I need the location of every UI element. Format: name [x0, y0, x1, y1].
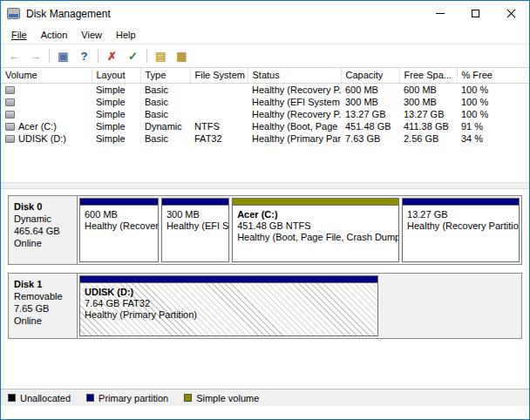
toolbar-separator: [146, 49, 147, 63]
col-header-type[interactable]: Type: [140, 68, 190, 83]
partition-size: 600 MB: [85, 209, 153, 220]
col-header-status[interactable]: Status: [248, 68, 341, 83]
disk-size: 465.64 GB: [14, 225, 71, 237]
partition-status: Healthy (Recovery Partition): [407, 220, 514, 232]
table-row[interactable]: Simple Basic Healthy (EFI System ... 300…: [1, 96, 529, 108]
properties-icon[interactable]: ▦: [172, 47, 192, 65]
back-icon[interactable]: ←: [4, 47, 24, 65]
cell-capacity: 600 MB: [341, 83, 399, 96]
table-header-row: Volume Layout Type File System Status Ca…: [1, 68, 529, 83]
disk-type: Removable: [14, 290, 71, 302]
legend-item-primary-partition: Primary partition: [86, 393, 168, 403]
cell-type: Dynamic: [140, 120, 190, 132]
minimize-button[interactable]: [422, 1, 458, 26]
toolbar: ← → ▣ ? ✗ ✓ ▤ ▦: [1, 44, 529, 68]
cell-capacity: 13.27 GB: [341, 108, 399, 120]
cell-filesystem: NTFS: [190, 120, 248, 132]
maximize-icon: [472, 10, 479, 17]
partition-title: UDISK (D:): [85, 287, 373, 298]
partition-disk0-recovery-13gb[interactable]: 13.27 GB Healthy (Recovery Partition): [402, 198, 520, 262]
menu-view[interactable]: View: [74, 28, 109, 42]
cell-status: Healthy (Recovery P...: [248, 108, 341, 120]
col-header-pct-free[interactable]: % Free: [457, 68, 529, 83]
partition-disk0-efi-300mb[interactable]: 300 MB Healthy (EFI Syste: [161, 198, 229, 262]
col-header-filesystem[interactable]: File System: [190, 68, 248, 83]
col-header-capacity[interactable]: Capacity: [341, 68, 399, 83]
cell-filesystem: [190, 83, 248, 96]
col-header-layout[interactable]: Layout: [92, 68, 140, 83]
partition-color-strip: [80, 199, 158, 206]
forward-icon[interactable]: →: [25, 47, 45, 65]
partition-size: 300 MB: [166, 209, 224, 220]
volume-list: Volume Layout Type File System Status Ca…: [1, 68, 529, 182]
menu-action[interactable]: Action: [34, 28, 75, 42]
partition-color-strip: [162, 199, 228, 206]
disk-status: Online: [14, 315, 71, 327]
cell-status: Healthy (Primary Par...: [248, 132, 341, 145]
partition-disk0-recovery-600mb[interactable]: 600 MB Healthy (Recovery P: [79, 198, 159, 262]
disk-size: 7.65 GB: [14, 302, 71, 315]
drive-icon: [5, 111, 15, 119]
cell-type: Basic: [140, 108, 190, 120]
table-row[interactable]: Simple Basic Healthy (Recovery P... 600 …: [1, 83, 529, 96]
cell-status: Healthy (Recovery P...: [248, 83, 341, 96]
legend-item-simple-volume: Simple volume: [184, 393, 259, 403]
drive-icon: [5, 135, 15, 143]
cell-pct-free: 100 %: [457, 108, 529, 120]
legend-label: Primary partition: [99, 393, 168, 403]
disk-status: Online: [14, 237, 71, 249]
drive-icon: [5, 98, 15, 106]
cell-free-space: 411.38 GB: [399, 120, 457, 132]
legend-label: Unallocated: [20, 393, 71, 403]
drive-icon: [5, 86, 15, 94]
toolbar-separator: [49, 49, 50, 63]
col-header-volume[interactable]: Volume: [1, 68, 92, 83]
open-folder-icon[interactable]: ▤: [151, 47, 171, 65]
disk-0-info-panel[interactable]: Disk 0 Dynamic 465.64 GB Online: [9, 196, 78, 264]
cell-free-space: 13.27 GB: [399, 108, 457, 120]
col-header-free-space[interactable]: Free Spa...: [399, 68, 457, 83]
cell-type: Basic: [140, 132, 190, 145]
pane-splitter[interactable]: [1, 182, 529, 189]
partition-disk1-udisk-d[interactable]: UDISK (D:) 7.64 GB FAT32 Healthy (Primar…: [79, 275, 378, 336]
help-icon[interactable]: ?: [74, 47, 94, 65]
menu-help[interactable]: Help: [109, 28, 143, 42]
drive-icon: [5, 123, 15, 131]
cell-free-space: 300 MB: [399, 96, 457, 108]
volume-name: Acer (C:): [18, 121, 57, 132]
graphical-view: Disk 0 Dynamic 465.64 GB Online 600 MB H…: [1, 189, 529, 389]
commit-icon[interactable]: ✓: [123, 47, 143, 65]
legend-label: Simple volume: [196, 393, 259, 403]
table-row[interactable]: UDISK (D:) Simple Basic FAT32 Healthy (P…: [1, 132, 529, 145]
cell-layout: Simple: [92, 96, 140, 108]
window-bottom-strip: [1, 406, 529, 419]
partition-size: 7.64 GB FAT32: [85, 298, 373, 309]
simple-volume-swatch: [184, 394, 192, 402]
partition-status: Healthy (Recovery P: [85, 220, 153, 232]
cell-filesystem: [190, 96, 248, 108]
close-button[interactable]: [493, 1, 529, 26]
legend-item-unallocated: Unallocated: [8, 393, 71, 403]
partition-disk0-acer-c[interactable]: Acer (C:) 451.48 GB NTFS Healthy (Boot, …: [232, 198, 399, 262]
partition-color-strip: [233, 199, 398, 206]
maximize-button[interactable]: [458, 1, 493, 26]
close-icon: [506, 9, 516, 18]
delete-volume-icon[interactable]: ✗: [102, 47, 122, 65]
menu-file[interactable]: File: [4, 28, 34, 42]
console-tree-icon[interactable]: ▣: [53, 47, 73, 65]
unallocated-swatch: [8, 394, 16, 402]
table-row[interactable]: Simple Basic Healthy (Recovery P... 13.2…: [1, 108, 529, 120]
disk-management-window: Disk Management File Action View Help ← …: [0, 0, 530, 420]
volume-name: UDISK (D:): [18, 133, 66, 144]
disk-type: Dynamic: [14, 213, 71, 225]
disk-1-info-panel[interactable]: Disk 1 Removable 7.65 GB Online: [9, 274, 78, 338]
partition-title: Acer (C:): [237, 209, 394, 220]
table-row[interactable]: Acer (C:) Simple Dynamic NTFS Healthy (B…: [1, 120, 529, 132]
cell-pct-free: 34 %: [457, 132, 529, 145]
cell-filesystem: FAT32: [190, 132, 248, 145]
partition-status: Healthy (Primary Partition): [85, 309, 373, 321]
cell-filesystem: [190, 108, 248, 120]
cell-layout: Simple: [92, 108, 140, 120]
cell-layout: Simple: [92, 83, 140, 96]
partition-size: 451.48 GB NTFS: [237, 220, 394, 232]
